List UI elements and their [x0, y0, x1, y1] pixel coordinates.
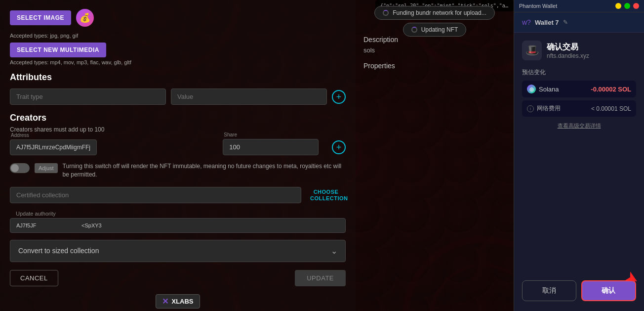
wallet-name: Wallet 7 [535, 19, 559, 26]
description-value: sols [363, 46, 506, 54]
select-image-button[interactable]: SELECT IMAGE [10, 10, 71, 25]
xlabs-logo: ✕ XLABS [10, 294, 346, 309]
toggle-track [10, 163, 30, 173]
address-label: Address [11, 133, 29, 138]
attributes-title: Attributes [10, 72, 346, 83]
fee-label: i 网络费用 [527, 104, 561, 113]
value-input[interactable] [171, 89, 327, 105]
updating-status-badge: Updating NFT [403, 23, 467, 37]
select-multimedia-button[interactable]: SELECT NEW MULTIMEDIA [10, 43, 106, 57]
toggle-thumb [11, 164, 19, 172]
solana-icon: ◎ [527, 85, 536, 93]
authority-input[interactable] [10, 218, 346, 233]
main-container: SELECT IMAGE 💰 Accepted types: jpg, png,… [0, 0, 644, 311]
updating-text: Updating NFT [421, 26, 458, 33]
network-fee-row: i 网络费用 < 0.00001 SOL [522, 100, 636, 117]
immutable-toggle[interactable] [10, 163, 30, 173]
wallet-header: w? Wallet 7 ✎ [514, 12, 644, 33]
collection-row: CHOOSE COLLECTION [10, 187, 346, 204]
bottom-buttons: CANCEL UPDATE [10, 270, 346, 286]
status-bar: Funding bundr network for upload... Upda… [356, 0, 514, 43]
network-fee-text: 网络费用 [537, 104, 561, 113]
xlabs-text: XLABS [171, 298, 193, 305]
share-input[interactable] [223, 139, 319, 155]
creators-title: Creators [10, 113, 346, 123]
advanced-link-wrapper: 查看高级交易详情 [522, 121, 636, 130]
accepted-types-1: Accepted types: jpg, png, gif [10, 33, 346, 39]
trait-type-input[interactable] [10, 89, 166, 105]
confirm-text-wrapper: 确认交易 nfts.dandies.xyz [547, 42, 589, 59]
left-panel: SELECT IMAGE 💰 Accepted types: jpg, png,… [0, 0, 356, 311]
confirm-subtitle: nfts.dandies.xyz [547, 52, 589, 59]
cancel-button[interactable]: CANCEL [10, 270, 58, 286]
funding-status-badge: Funding bundr network for upload... [374, 6, 494, 20]
wallet-w-icon: w? [522, 18, 531, 26]
funding-spinner [383, 10, 389, 16]
token-name: Solana [539, 86, 559, 93]
choose-collection-button[interactable]: CHOOSE COLLECTION [306, 187, 346, 204]
nft-avatar: 🎩 [522, 41, 542, 60]
accepted-types-2: Accepted types: mp4, mov, mp3, flac, wav… [10, 59, 346, 65]
address-input[interactable] [10, 139, 97, 155]
collection-input[interactable] [10, 187, 301, 203]
wallet-actions: 取消 确认 [514, 280, 644, 311]
address-field-wrapper: Address [10, 139, 218, 155]
info-icon[interactable]: i [527, 105, 534, 112]
convert-label: Convert to sized collection [18, 247, 99, 255]
token-amount: -0.00002 SOL [591, 86, 631, 93]
share-label: Share [224, 132, 237, 137]
wallet-cancel-button[interactable]: 取消 [522, 280, 576, 301]
price-change-label: 预估变化 [522, 68, 636, 77]
toggle-adjust-button[interactable]: Adjust [35, 163, 58, 173]
description-panel: Description sols Properties [356, 30, 514, 311]
creators-note: Creators shares must add up to 100 [10, 126, 346, 133]
attributes-row: + [10, 89, 346, 105]
update-button[interactable]: UPDATE [295, 270, 346, 286]
titlebar-controls [615, 3, 639, 9]
maximize-button[interactable] [624, 3, 630, 9]
phantom-wallet-panel: Phantom Wallet w? Wallet 7 ✎ 🎩 确认交易 nfts… [514, 0, 644, 311]
share-field-wrapper: Share [223, 139, 327, 155]
authority-wrapper: Update authority [10, 211, 346, 240]
fee-amount: < 0.00001 SOL [591, 105, 631, 112]
creators-row: Address Share + [10, 139, 346, 155]
confirm-title: 确认交易 [547, 42, 589, 52]
chevron-down-icon: ⌄ [331, 246, 337, 256]
wallet-titlebar-title: Phantom Wallet [519, 3, 557, 9]
authority-label: Update authority [10, 211, 346, 217]
top-bar: SELECT IMAGE 💰 [10, 5, 346, 27]
updating-spinner [411, 27, 417, 33]
add-creator-button[interactable]: + [332, 140, 346, 154]
confirm-section: 🎩 确认交易 nfts.dandies.xyz 预估变化 ◎ Solana -0… [514, 33, 644, 280]
avatar-icon: 💰 [76, 9, 94, 27]
convert-collection-row[interactable]: Convert to sized collection ⌄ [10, 240, 346, 262]
center-panel: {"p":"spl-20","op":"mint","tick":"sols",… [356, 0, 514, 311]
wallet-titlebar: Phantom Wallet [514, 0, 644, 12]
price-token: ◎ Solana [527, 85, 559, 93]
price-row: ◎ Solana -0.00002 SOL [522, 81, 636, 97]
toggle-description: Turning this switch off will render the … [63, 162, 346, 179]
toggle-row: Adjust Turning this switch off will rend… [10, 162, 346, 179]
add-attribute-button[interactable]: + [332, 90, 346, 104]
funding-text: Funding bundr network for upload... [393, 9, 486, 16]
edit-icon[interactable]: ✎ [563, 19, 568, 26]
confirm-header: 🎩 确认交易 nfts.dandies.xyz [522, 41, 636, 60]
properties-label: Properties [363, 62, 506, 70]
advanced-link[interactable]: 查看高级交易详情 [558, 123, 601, 129]
xlabs-x-icon: ✕ [162, 297, 168, 306]
close-button[interactable] [633, 3, 639, 9]
xlabs-badge: ✕ XLABS [156, 294, 200, 309]
minimize-button[interactable] [615, 3, 621, 9]
